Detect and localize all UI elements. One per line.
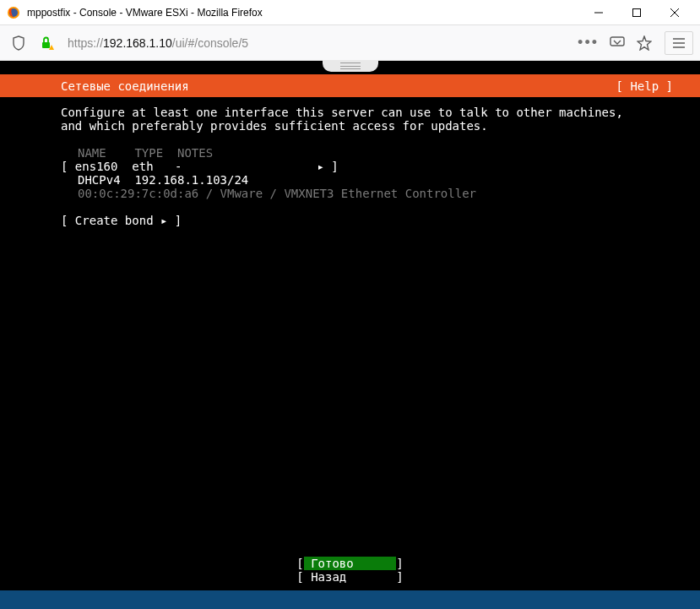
close-button[interactable] <box>655 1 693 24</box>
dhcp-ip-value: 192.168.1.103/24 <box>134 173 248 187</box>
address-bar: https://192.168.1.10/ui/#/console/5 ••• <box>0 25 700 61</box>
svg-rect-3 <box>632 8 640 16</box>
page-actions-icon[interactable]: ••• <box>574 34 602 52</box>
installer-footer-buttons: [ Готово ] [ Назад ] <box>0 557 700 584</box>
console-terminal[interactable]: Сетевые соединения [ Help ] Configure at… <box>0 74 700 590</box>
hamburger-menu-button[interactable] <box>665 31 693 55</box>
help-link[interactable]: [ Help ] <box>616 79 690 93</box>
nic-name: ens160 <box>75 160 118 173</box>
lock-warning-icon[interactable] <box>35 31 59 55</box>
window-title: mppostfix - Console - VMware ESXi - Mozi… <box>27 7 579 19</box>
network-table-header: NAME TYPE NOTES <box>10 146 690 160</box>
reader-pocket-icon[interactable] <box>605 31 629 55</box>
done-button[interactable]: [ Готово ] <box>296 557 403 570</box>
tracking-shield-icon[interactable] <box>7 31 30 55</box>
url-scheme: https:// <box>68 36 103 50</box>
installer-header: Сетевые соединения [ Help ] <box>0 74 700 97</box>
chevron-right-icon: ▸ ] <box>317 160 338 173</box>
installer-header-title: Сетевые соединения <box>10 79 616 93</box>
nic-type: eth <box>132 160 153 173</box>
maximize-button[interactable] <box>617 1 655 24</box>
window-titlebar: mppostfix - Console - VMware ESXi - Mozi… <box>0 0 700 25</box>
minimize-button[interactable] <box>579 1 617 24</box>
dhcp-label: DHCPv4 <box>78 173 121 187</box>
pulltab-handle-icon <box>323 60 378 72</box>
window-controls <box>579 1 693 24</box>
svg-rect-6 <box>42 42 50 48</box>
console-bottom-bar <box>0 590 700 609</box>
bookmark-star-icon[interactable] <box>632 31 656 55</box>
description-line-2: and which preferably provides sufficient… <box>10 119 690 133</box>
nic-hardware-info: 00:0c:29:7c:0d:a6 / VMware / VMXNET3 Eth… <box>10 187 690 200</box>
firefox-icon <box>7 6 20 19</box>
back-button[interactable]: [ Назад ] <box>296 570 403 584</box>
description-line-1: Configure at least one interface this se… <box>10 106 690 119</box>
nic-notes: - <box>175 160 182 173</box>
vmware-console-frame: Сетевые соединения [ Help ] Configure at… <box>0 61 700 609</box>
url-display[interactable]: https://192.168.1.10/ui/#/console/5 <box>64 36 569 50</box>
url-host: 192.168.1.10 <box>103 36 172 50</box>
create-bond-button[interactable]: [ Create bond ▸ ] <box>10 214 690 227</box>
nic-dhcp-row: DHCPv4 192.168.1.103/24 <box>10 173 690 187</box>
network-interface-row[interactable]: [ ens160 eth - ▸ ] <box>10 160 690 173</box>
url-path: /ui/#/console/5 <box>172 36 248 50</box>
installer-body: Configure at least one interface this se… <box>0 97 700 590</box>
vmware-pulltab[interactable] <box>0 61 700 74</box>
addressbar-actions: ••• <box>574 31 693 55</box>
